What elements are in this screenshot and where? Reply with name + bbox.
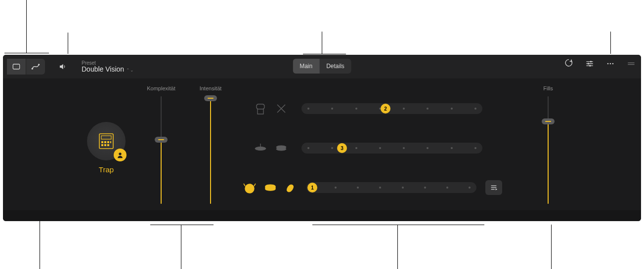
snare-toggle[interactable] — [260, 177, 281, 198]
svg-line-33 — [254, 184, 256, 186]
audition-button[interactable] — [54, 59, 72, 75]
fills-slider[interactable] — [547, 96, 550, 204]
svg-line-32 — [244, 184, 245, 186]
hihat-row: 3 — [250, 138, 482, 158]
kick-snare-row: 1 — [239, 177, 502, 198]
refresh-button[interactable] — [564, 59, 574, 69]
hihat-pattern-marker: 3 — [337, 143, 347, 153]
playlist-icon — [489, 183, 498, 192]
panel-footer — [3, 210, 641, 221]
conga-icon — [254, 102, 267, 115]
hihat-toggle[interactable] — [271, 138, 292, 158]
panel-header: Preset Double Vision⌃⌄ Main Details — [3, 55, 641, 78]
drum-machine-icon — [96, 131, 116, 151]
intensity-label: Intensität — [191, 85, 230, 91]
preset-name: Double Vision⌃⌄ — [82, 66, 134, 73]
view-automation-button[interactable] — [26, 59, 45, 75]
percussion-row: 2 — [250, 98, 482, 119]
user-badge — [114, 149, 127, 161]
percussion-pattern-marker: 2 — [381, 104, 390, 114]
svg-point-9 — [607, 63, 609, 65]
tab-details[interactable]: Details — [319, 59, 351, 74]
pattern-list-button[interactable] — [485, 180, 502, 195]
curve-icon — [31, 62, 41, 72]
callout-line — [551, 225, 552, 269]
svg-rect-20 — [101, 144, 103, 146]
kick-snare-pattern-slider[interactable]: 1 — [306, 182, 476, 193]
more-icon — [605, 59, 615, 69]
svg-point-6 — [590, 61, 592, 62]
svg-rect-19 — [110, 141, 111, 143]
speaker-icon — [58, 62, 67, 71]
conga-toggle[interactable] — [250, 98, 271, 119]
callout-line — [397, 225, 398, 269]
hihat-icon — [274, 141, 288, 155]
cymbal-toggle[interactable] — [250, 138, 271, 158]
view-mode-segment — [7, 59, 45, 75]
callout-line — [610, 32, 611, 54]
complexity-label: Komplexität — [141, 85, 181, 91]
sticks-icon — [274, 102, 288, 115]
svg-point-8 — [589, 65, 591, 67]
preset-selector[interactable]: Preset Double Vision⌃⌄ — [82, 60, 134, 73]
callout-line — [303, 54, 346, 54]
chevron-updown-icon: ⌃⌄ — [126, 68, 134, 73]
kick-snare-pattern-marker: 1 — [307, 183, 317, 192]
main-details-tabs: Main Details — [293, 59, 351, 74]
callout-line — [68, 33, 68, 54]
complexity-slider-group: Komplexität — [141, 85, 181, 204]
panel-body: Trap Komplexität Intensität — [3, 78, 641, 210]
svg-point-10 — [610, 63, 611, 65]
fills-label: Fills — [533, 85, 563, 91]
genre-selector[interactable]: Trap — [81, 122, 131, 174]
refresh-icon — [564, 59, 574, 69]
svg-point-2 — [38, 64, 40, 65]
genre-label: Trap — [81, 165, 131, 174]
genre-avatar — [87, 122, 126, 160]
callout-line — [26, 0, 27, 53]
intensity-slider-group: Intensität — [191, 85, 230, 204]
svg-point-11 — [612, 63, 614, 65]
intensity-slider[interactable] — [209, 96, 212, 204]
svg-rect-16 — [101, 141, 103, 143]
tab-main[interactable]: Main — [293, 59, 319, 74]
clap-icon — [284, 181, 298, 194]
clap-toggle[interactable] — [281, 177, 301, 198]
svg-rect-22 — [107, 144, 109, 146]
callout-line — [322, 32, 322, 54]
snare-icon — [263, 181, 277, 194]
pads-icon — [11, 62, 21, 72]
kick-toggle[interactable] — [239, 177, 260, 198]
right-toolbar — [564, 59, 636, 69]
svg-rect-21 — [104, 144, 106, 146]
sliders-icon — [585, 59, 595, 69]
svg-rect-0 — [13, 64, 19, 69]
complexity-slider[interactable] — [160, 96, 163, 204]
sticks-toggle[interactable] — [271, 98, 292, 119]
svg-point-23 — [119, 153, 121, 155]
callout-line — [4, 53, 49, 53]
view-pads-button[interactable] — [7, 59, 26, 75]
svg-point-31 — [248, 187, 251, 190]
drummer-editor-panel: Preset Double Vision⌃⌄ Main Details — [3, 55, 641, 221]
svg-point-29 — [276, 148, 286, 151]
fills-slider-group: Fills — [533, 85, 563, 204]
callout-line — [150, 225, 214, 225]
hihat-pattern-slider[interactable]: 3 — [301, 143, 482, 154]
svg-point-1 — [32, 68, 33, 70]
svg-rect-18 — [107, 141, 109, 143]
percussion-pattern-slider[interactable]: 2 — [301, 103, 482, 114]
cymbal-icon — [254, 141, 267, 155]
callout-line — [312, 225, 484, 225]
more-button[interactable] — [605, 59, 615, 69]
svg-rect-17 — [104, 141, 106, 143]
callout-line — [181, 225, 181, 269]
user-icon — [117, 152, 124, 158]
svg-rect-15 — [101, 136, 111, 139]
drag-handle[interactable] — [626, 59, 636, 69]
drag-icon — [626, 59, 636, 69]
settings-button[interactable] — [585, 59, 595, 69]
kick-icon — [243, 181, 257, 194]
svg-point-7 — [588, 63, 589, 64]
